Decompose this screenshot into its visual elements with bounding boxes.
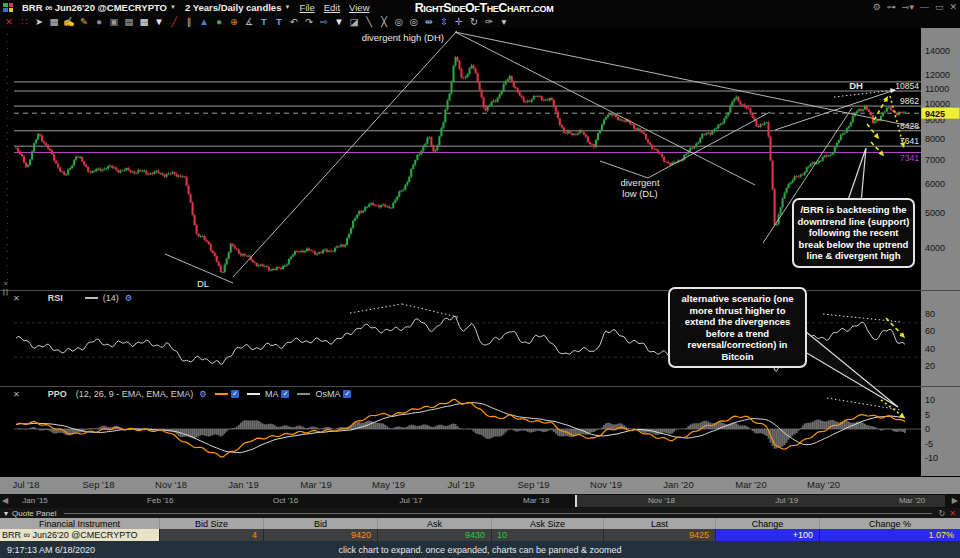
osma-label: OsMA	[315, 389, 340, 399]
dropdown-caret-icon[interactable]: ▼	[152, 15, 166, 28]
checkbox-checked-icon[interactable]: ✓	[231, 390, 239, 398]
svg-text:60: 60	[925, 326, 935, 336]
col-ask[interactable]: Ask	[378, 518, 492, 529]
layout-icon[interactable]: ▤	[122, 15, 136, 28]
menu-file[interactable]: File	[299, 2, 314, 13]
crosshair-tool-icon[interactable]: ∷	[17, 15, 31, 28]
timeframe-label: 2 Years/Daily candles	[185, 2, 281, 13]
trendline-tool-icon[interactable]: ╱	[167, 15, 181, 28]
callout-backtest-note[interactable]: /BRR is backtesting the downtrend line (…	[792, 198, 915, 268]
ray-tool-icon[interactable]: ╲	[362, 15, 376, 28]
zoom-out-icon[interactable]: ◎	[407, 15, 421, 28]
menu-edit[interactable]: Edit	[324, 2, 340, 13]
grid-layout-icon[interactable]: ▦	[137, 15, 151, 28]
scroll-left-icon[interactable]: ◀	[2, 496, 8, 505]
callout-tool-icon[interactable]: ⇨	[317, 15, 331, 28]
draw-hand-icon[interactable]: ✍	[62, 15, 76, 28]
time-axis-label: Mar '19	[300, 479, 331, 490]
panel-separator[interactable]	[0, 386, 960, 387]
svg-text:80: 80	[925, 309, 935, 319]
symbol-selector[interactable]: BRR ∞ Jun26'20 @CMECRYPTO ▼	[22, 2, 176, 13]
rsi-panel-canvas[interactable]: 80604020	[0, 290, 960, 386]
scrollbar-date-label: Jul '19	[775, 496, 798, 505]
pin-icon[interactable]: ⊸▾	[902, 1, 914, 13]
svg-text:11000: 11000	[925, 84, 949, 94]
collapse-icon[interactable]: ▾	[4, 509, 8, 518]
close-icon[interactable]: ✕	[3, 280, 8, 287]
target-tool-icon[interactable]: ⊕	[227, 15, 241, 28]
col-bid-size[interactable]: Bid Size	[160, 518, 264, 529]
col-change[interactable]: Change	[716, 518, 820, 529]
svg-text:6000: 6000	[925, 179, 945, 189]
scroll-right-icon[interactable]: ▶	[952, 496, 958, 505]
cross-line-tool-icon[interactable]: ╳	[377, 15, 391, 28]
clock: 9:17:13 AM 6/18/2020	[7, 545, 95, 555]
col-bid[interactable]: Bid	[264, 518, 378, 529]
style-tool-icon[interactable]: ✑	[482, 15, 496, 28]
close-icon[interactable]: ✕	[13, 294, 20, 303]
caret-small-icon[interactable]: ▾	[497, 15, 511, 28]
time-axis-label: Jul '18	[12, 479, 39, 490]
refresh-icon[interactable]: ↻	[467, 15, 481, 28]
svg-text:7641: 7641	[900, 136, 919, 146]
snapshot-icon[interactable]: ▣	[107, 15, 121, 28]
chevron-down-icon: ▼	[284, 4, 290, 10]
pan-vertical-icon[interactable]: ⇳	[437, 15, 451, 28]
move-tool-icon[interactable]: ✛	[452, 15, 466, 28]
scrollbar-thumb[interactable]	[575, 495, 945, 507]
rsi-label: RSI	[48, 293, 63, 303]
gear-icon[interactable]: ⚙	[199, 389, 207, 399]
zoom-in-icon[interactable]: ◎	[392, 15, 406, 28]
col-financial-instrument[interactable]: Financial Instrument	[0, 518, 160, 529]
col-ask-size[interactable]: Ask Size	[492, 518, 604, 529]
gear-icon[interactable]: ⚙	[125, 293, 133, 303]
callout-alt-scenario-note[interactable]: alternative scenario (one more thrust hi…	[668, 287, 807, 368]
time-axis-label: Jan '20	[663, 479, 693, 490]
undo-icon[interactable]: ↶	[287, 15, 301, 28]
restore-icon[interactable]: ▭	[935, 1, 944, 13]
refresh-icon[interactable]: ↻	[939, 509, 946, 518]
cursor-tool-icon[interactable]: ➤	[32, 15, 46, 28]
close-icon[interactable]: ✕	[949, 1, 957, 13]
settings-gear-icon[interactable]: ⚙	[873, 1, 881, 13]
svg-text:-5: -5	[925, 439, 933, 449]
time-axis-label: Jul '19	[447, 479, 474, 490]
col-last[interactable]: Last	[604, 518, 716, 529]
col-change-pct[interactable]: Change %	[820, 518, 960, 529]
volume-profile-icon[interactable]: ∥	[182, 15, 196, 28]
timeframe-selector[interactable]: 2 Years/Daily candles ▼	[185, 2, 290, 13]
svg-text:10000: 10000	[925, 99, 950, 109]
panel-separator[interactable]	[0, 290, 960, 291]
svg-text:0: 0	[925, 424, 930, 434]
grid-tool-icon[interactable]: ▦	[47, 15, 61, 28]
link-icon[interactable]: ⊶	[887, 1, 896, 13]
menu-view[interactable]: View	[349, 2, 369, 13]
svg-text:14000: 14000	[925, 46, 950, 56]
time-axis[interactable]: Jul '18Sep '18Nov '18Jan '19Mar '19May '…	[0, 477, 960, 494]
rsi-line-sample	[85, 297, 98, 299]
close-icon[interactable]: ✕	[13, 390, 20, 399]
chart-scrollbar[interactable]: ◀ ▶ Jan '15Feb '16Oct '16Jul '17Mar '18N…	[0, 494, 960, 508]
checkbox-checked-icon[interactable]: ✓	[343, 390, 351, 398]
close-icon[interactable]: ✕	[949, 509, 956, 518]
pencil-tool-icon[interactable]: ✎	[77, 15, 91, 28]
svg-text:10854: 10854	[895, 81, 919, 91]
cell-bid: 9420	[264, 529, 378, 541]
unlink-icon[interactable]: ✕	[2, 15, 16, 28]
scrollbar-date-label: Mar '18	[523, 496, 549, 505]
note-tool-icon[interactable]: T	[272, 15, 286, 28]
text-tool-icon[interactable]: T	[257, 15, 271, 28]
redo-icon[interactable]: ↷	[302, 15, 316, 28]
pan-horizontal-icon[interactable]: ⇹	[422, 15, 436, 28]
eraser-tool-icon[interactable]: ◪	[347, 15, 361, 28]
angle-tool-icon[interactable]: ∡	[242, 15, 256, 28]
checkbox-checked-icon[interactable]: ✓	[281, 390, 289, 398]
globe-icon[interactable]: ●	[212, 15, 226, 28]
chevron-down-icon: ▼	[170, 4, 176, 10]
svg-text:20: 20	[925, 361, 935, 371]
ellipse-tool-icon[interactable]: ●	[92, 15, 106, 28]
pitchfork-tool-icon[interactable]: ▲	[197, 15, 211, 28]
quote-table-row[interactable]: BRR ∞ Jun26'20 @CMECRYPTO 4 9420 9430 10…	[0, 529, 960, 541]
minimize-icon[interactable]: —	[920, 1, 929, 13]
dropdown-caret2-icon[interactable]: ▼	[332, 15, 346, 28]
